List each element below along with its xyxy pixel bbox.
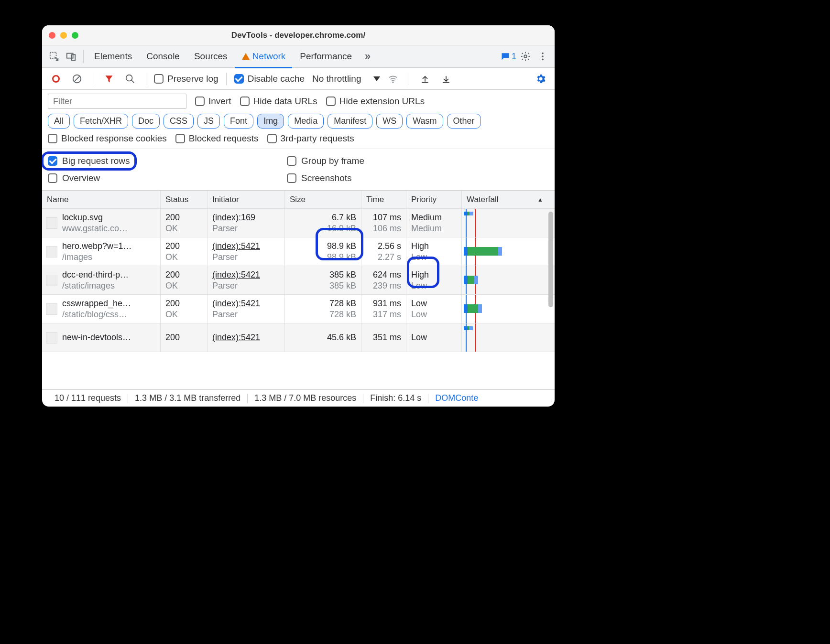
more-tabs-button[interactable]: » <box>360 48 376 64</box>
col-waterfall[interactable]: Waterfall▲ <box>462 191 548 208</box>
settings-icon[interactable] <box>517 48 534 64</box>
hide-extension-urls-checkbox[interactable]: Hide extension URLs <box>326 96 425 107</box>
col-priority[interactable]: Priority <box>406 191 462 208</box>
table-row[interactable]: new-in-devtools… 200 (index):5421 45.6 k… <box>42 323 555 352</box>
preserve-log-checkbox[interactable]: Preserve log <box>154 74 218 84</box>
filter-pill-js[interactable]: JS <box>197 114 220 129</box>
col-initiator[interactable]: Initiator <box>208 191 285 208</box>
file-type-icon <box>46 217 57 229</box>
checkbox-label: Group by frame <box>301 156 364 166</box>
table-row[interactable]: lockup.svgwww.gstatic.co… 200OK (index):… <box>42 209 555 237</box>
disable-cache-checkbox[interactable]: Disable cache <box>234 74 305 84</box>
request-name: dcc-end-third-p… <box>62 269 129 280</box>
issues-button[interactable]: 1 <box>501 52 516 62</box>
checkbox-label: 3rd-party requests <box>281 133 354 144</box>
filter-pill-wasm[interactable]: Wasm <box>406 114 443 129</box>
cell-status: 200OK <box>161 237 208 266</box>
throttling-select[interactable]: No throttling <box>312 74 380 84</box>
table-row[interactable]: hero.webp?w=1…/images 200OK (index):5421… <box>42 237 555 266</box>
cell-name: new-in-devtools… <box>42 323 161 352</box>
request-name: lockup.svg <box>62 212 128 223</box>
panel-tabbar: Elements Console Sources Network Perform… <box>42 45 555 68</box>
filter-pill-media[interactable]: Media <box>288 114 324 129</box>
kebab-menu-icon[interactable] <box>535 48 551 64</box>
filter-pill-all[interactable]: All <box>48 114 70 129</box>
cell-initiator[interactable]: (index):5421Parser <box>208 266 285 294</box>
cell-priority: LowLow <box>406 295 462 323</box>
overview-checkbox[interactable]: Overview <box>48 173 287 183</box>
device-toolbar-icon[interactable] <box>63 48 79 64</box>
filter-pill-font[interactable]: Font <box>224 114 253 129</box>
filter-icon[interactable] <box>101 71 117 87</box>
tab-network[interactable]: Network <box>235 45 293 68</box>
cell-time: 107 ms106 ms <box>361 209 406 237</box>
request-name: csswrapped_he… <box>62 298 131 309</box>
filter-pill-img[interactable]: Img <box>257 114 284 129</box>
cell-status: 200 <box>161 323 208 352</box>
clear-button[interactable] <box>69 71 85 87</box>
separator <box>226 73 227 85</box>
status-bar: 10 / 111 requests 1.3 MB / 3.1 MB transf… <box>42 389 555 407</box>
cell-size: 45.6 kB <box>285 323 361 352</box>
network-settings-icon[interactable] <box>533 71 549 87</box>
highlight-annotation <box>42 151 137 171</box>
tab-elements[interactable]: Elements <box>87 45 139 68</box>
svg-point-11 <box>393 82 394 83</box>
tab-label: Network <box>252 51 286 62</box>
table-row[interactable]: dcc-end-third-p…/static/images 200OK (in… <box>42 266 555 295</box>
request-name: hero.webp?w=1… <box>62 241 132 252</box>
checkbox-label: Blocked requests <box>189 133 259 144</box>
requests-table: Name Status Initiator Size Time Priority… <box>42 191 555 389</box>
col-status[interactable]: Status <box>161 191 208 208</box>
request-path: /static/images <box>62 280 129 291</box>
group-by-frame-checkbox[interactable]: Group by frame <box>287 156 549 166</box>
checkbox-icon <box>48 173 57 183</box>
checkbox-icon <box>287 173 296 183</box>
tab-console[interactable]: Console <box>140 45 186 68</box>
filter-pill-css[interactable]: CSS <box>164 114 194 129</box>
screenshots-checkbox[interactable]: Screenshots <box>287 173 549 183</box>
cell-initiator[interactable]: (index):5421Parser <box>208 295 285 323</box>
warning-icon <box>242 53 250 60</box>
cell-initiator[interactable]: (index):169Parser <box>208 209 285 237</box>
network-toolbar: Preserve log Disable cache No throttling <box>42 68 555 90</box>
col-name[interactable]: Name <box>42 191 161 208</box>
separator <box>93 73 93 85</box>
scrollbar-thumb[interactable] <box>548 212 553 307</box>
search-icon[interactable] <box>122 71 138 87</box>
filter-pill-other[interactable]: Other <box>447 114 481 129</box>
filter-pill-doc[interactable]: Doc <box>132 114 160 129</box>
select-value: No throttling <box>312 74 361 84</box>
third-party-checkbox[interactable]: 3rd-party requests <box>267 133 354 144</box>
status-domcontentloaded[interactable]: DOMConte <box>428 394 485 403</box>
cell-time: 624 ms239 ms <box>361 266 406 294</box>
status-resources: 1.3 MB / 7.0 MB resources <box>248 394 363 403</box>
filter-pill-manifest[interactable]: Manifest <box>328 114 372 129</box>
cell-initiator[interactable]: (index):5421 <box>208 323 285 352</box>
tab-sources[interactable]: Sources <box>187 45 234 68</box>
network-conditions-icon[interactable] <box>385 71 401 87</box>
filter-input[interactable] <box>48 94 186 109</box>
hide-data-urls-checkbox[interactable]: Hide data URLs <box>240 96 317 107</box>
issues-count: 1 <box>512 52 516 62</box>
cell-initiator[interactable]: (index):5421Parser <box>208 237 285 266</box>
filter-pill-fetchxhr[interactable]: Fetch/XHR <box>74 114 128 129</box>
request-path: /static/blog/css… <box>62 309 131 320</box>
checkbox-icon <box>154 74 164 84</box>
checkbox-label: Overview <box>62 173 100 183</box>
table-row[interactable]: csswrapped_he…/static/blog/css… 200OK (i… <box>42 295 555 323</box>
request-name: new-in-devtools… <box>62 332 131 343</box>
download-har-icon[interactable] <box>438 71 454 87</box>
blocked-requests-checkbox[interactable]: Blocked requests <box>175 133 259 144</box>
col-time[interactable]: Time <box>361 191 406 208</box>
record-button[interactable] <box>48 71 64 87</box>
invert-checkbox[interactable]: Invert <box>195 96 231 107</box>
tab-performance[interactable]: Performance <box>293 45 359 68</box>
table-body[interactable]: lockup.svgwww.gstatic.co… 200OK (index):… <box>42 209 555 389</box>
blocked-cookies-checkbox[interactable]: Blocked response cookies <box>48 133 167 144</box>
big-request-rows-checkbox[interactable]: Big request rows <box>48 156 287 166</box>
inspect-element-icon[interactable] <box>46 48 62 64</box>
filter-pill-ws[interactable]: WS <box>376 114 403 129</box>
col-size[interactable]: Size <box>285 191 361 208</box>
upload-har-icon[interactable] <box>417 71 433 87</box>
